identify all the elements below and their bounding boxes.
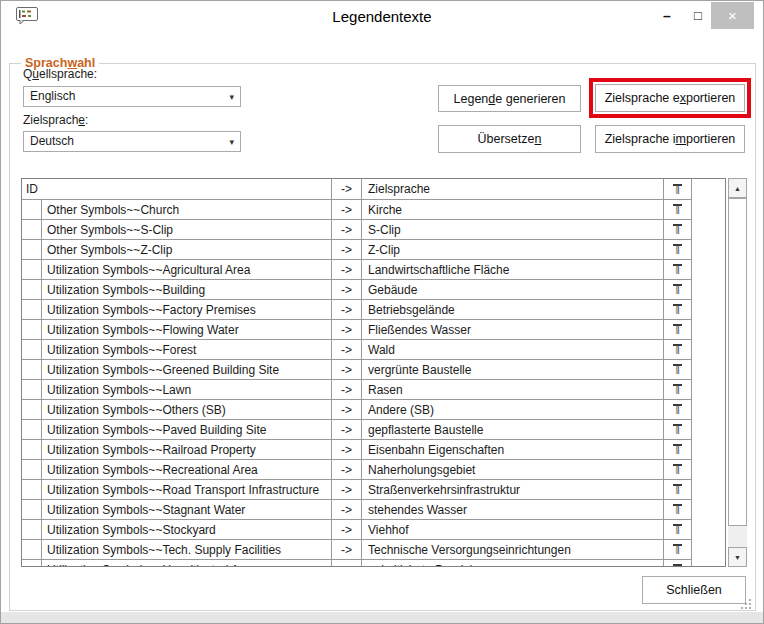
window-title: Legendentexte — [1, 8, 763, 25]
translate-t-icon[interactable] — [664, 300, 692, 319]
table-row[interactable]: Utilization Symbols~~Stagnant Water->ste… — [22, 500, 692, 520]
table-row[interactable]: Utilization Symbols~~Recreational Area->… — [22, 460, 692, 480]
translate-t-icon[interactable] — [664, 560, 692, 567]
translate-t-icon[interactable] — [664, 200, 692, 219]
cell-id: Utilization Symbols~~Agricultural Area — [42, 260, 332, 279]
row-selector — [22, 440, 42, 459]
translate-t-icon[interactable] — [664, 400, 692, 419]
vertical-scrollbar[interactable]: ▲ ▼ — [728, 178, 747, 567]
table-row[interactable]: Utilization Symbols~~Agricultural Area->… — [22, 260, 692, 280]
table-header-row: ID -> Zielsprache — [22, 179, 692, 200]
translate-t-icon[interactable] — [664, 460, 692, 479]
row-selector — [22, 220, 42, 239]
cell-id: Utilization Symbols~~Road Transport Infr… — [42, 480, 332, 499]
minimize-button[interactable]: – — [651, 2, 683, 29]
source-language-label: Quellsprache: — [23, 67, 97, 81]
target-language-select[interactable]: Deutsch ▾ — [23, 131, 241, 152]
cell-target: Viehhof — [362, 520, 664, 539]
cell-target: stehendes Wasser — [362, 500, 664, 519]
import-target-language-button[interactable]: Zielsprache importieren — [595, 125, 745, 153]
export-target-language-button[interactable]: Zielsprache exportieren — [595, 84, 745, 112]
translate-t-icon[interactable] — [664, 260, 692, 279]
row-selector — [22, 360, 42, 379]
target-language-value: Deutsch — [30, 134, 74, 148]
target-language-label: Zielsprache: — [23, 113, 88, 127]
title-bar[interactable]: Legendentexte – □ × — [1, 1, 763, 31]
cell-id: Utilization Symbols~~Flowing Water — [42, 320, 332, 339]
translate-t-icon[interactable] — [664, 520, 692, 539]
table-row[interactable]: Utilization Symbols~~Forest->Wald — [22, 340, 692, 360]
red-annotation-box: Zielsprache exportieren — [589, 78, 751, 118]
cell-arrow: -> — [332, 400, 362, 419]
translate-t-icon[interactable] — [664, 360, 692, 379]
cell-id: Utilization Symbols~~Tech. Supply Facili… — [42, 540, 332, 559]
table-row[interactable]: Other Symbols~~Z-Clip->Z-Clip — [22, 240, 692, 260]
cell-target: Betriebsgelände — [362, 300, 664, 319]
table-row[interactable]: Utilization Symbols~~Railroad Property->… — [22, 440, 692, 460]
scroll-down-button[interactable]: ▼ — [728, 547, 747, 567]
scroll-up-button[interactable]: ▲ — [728, 178, 747, 198]
table-row[interactable]: Other Symbols~~S-Clip->S-Clip — [22, 220, 692, 240]
source-language-select[interactable]: Englisch ▾ — [23, 86, 241, 107]
resize-grip[interactable] — [739, 597, 753, 611]
translate-t-icon[interactable] — [664, 340, 692, 359]
table-row[interactable]: Utilization Symbols~~Flowing Water->Flie… — [22, 320, 692, 340]
cell-arrow: -> — [332, 220, 362, 239]
cell-arrow: -> — [332, 200, 362, 219]
row-selector — [22, 460, 42, 479]
cell-target: Kirche — [362, 200, 664, 219]
close-dialog-button[interactable]: Schließen — [642, 576, 746, 604]
cell-arrow: -> — [332, 500, 362, 519]
cell-id: Utilization Symbols~~Recreational Area — [42, 460, 332, 479]
table-row[interactable]: Utilization Symbols~~Road Transport Infr… — [22, 480, 692, 500]
translate-t-icon[interactable] — [664, 480, 692, 499]
cell-target: Fließendes Wasser — [362, 320, 664, 339]
translate-t-icon[interactable] — [664, 280, 692, 299]
close-window-button[interactable]: × — [711, 2, 754, 29]
translate-t-icon[interactable] — [664, 220, 692, 239]
table-row-current[interactable]: ▶&Utilization Symbols~~Uncultivated Area… — [22, 560, 692, 567]
table-row[interactable]: Other Symbols~~Church->Kirche — [22, 200, 692, 220]
current-row-marker: ▶& — [22, 560, 42, 567]
table-row[interactable]: Utilization Symbols~~Building->Gebäude — [22, 280, 692, 300]
translate-t-icon[interactable] — [664, 540, 692, 559]
cell-id: Other Symbols~~S-Clip — [42, 220, 332, 239]
translate-t-icon[interactable] — [664, 500, 692, 519]
cell-id: Utilization Symbols~~Factory Premises — [42, 300, 332, 319]
cell-arrow: -> — [332, 260, 362, 279]
table-row[interactable]: Utilization Symbols~~Lawn->Rasen — [22, 380, 692, 400]
translate-t-icon[interactable] — [664, 440, 692, 459]
cell-id: Utilization Symbols~~Greened Building Si… — [42, 360, 332, 379]
cell-arrow: -> — [332, 320, 362, 339]
row-selector — [22, 320, 42, 339]
cell-arrow: -> — [332, 380, 362, 399]
column-header-id[interactable]: ID — [22, 179, 332, 199]
translate-t-icon[interactable] — [664, 380, 692, 399]
translate-t-icon[interactable] — [664, 240, 692, 259]
translate-t-icon[interactable] — [664, 420, 692, 439]
column-header-arrow[interactable]: -> — [332, 179, 362, 199]
table-row[interactable]: Utilization Symbols~~Others (SB)->Andere… — [22, 400, 692, 420]
table-row[interactable]: Utilization Symbols~~Stockyard->Viehhof — [22, 520, 692, 540]
translate-button[interactable]: Übersetzen — [438, 125, 581, 153]
column-header-target[interactable]: Zielsprache — [362, 179, 664, 199]
translate-t-icon — [672, 184, 683, 195]
maximize-button[interactable]: □ — [685, 2, 711, 29]
cell-id: Utilization Symbols~~Others (SB) — [42, 400, 332, 419]
scrollbar-thumb[interactable] — [728, 198, 747, 526]
generate-legend-button[interactable]: Legende generieren — [438, 85, 581, 112]
legend-texts-table: ID -> Zielsprache Other Symbols~~Church-… — [21, 178, 726, 567]
cell-target: Straßenverkehrsinfrastruktur — [362, 480, 664, 499]
cell-target: Z-Clip — [362, 240, 664, 259]
column-header-t[interactable] — [664, 179, 692, 199]
cell-arrow: -> — [332, 540, 362, 559]
table-row[interactable]: Utilization Symbols~~Factory Premises->B… — [22, 300, 692, 320]
cell-arrow: -> — [332, 440, 362, 459]
table-row[interactable]: Utilization Symbols~~Greened Building Si… — [22, 360, 692, 380]
translate-t-icon[interactable] — [664, 320, 692, 339]
chevron-down-icon: ▾ — [229, 88, 234, 107]
table-row[interactable]: Utilization Symbols~~Paved Building Site… — [22, 420, 692, 440]
row-selector — [22, 520, 42, 539]
cell-arrow: -> — [332, 360, 362, 379]
table-row[interactable]: Utilization Symbols~~Tech. Supply Facili… — [22, 540, 692, 560]
